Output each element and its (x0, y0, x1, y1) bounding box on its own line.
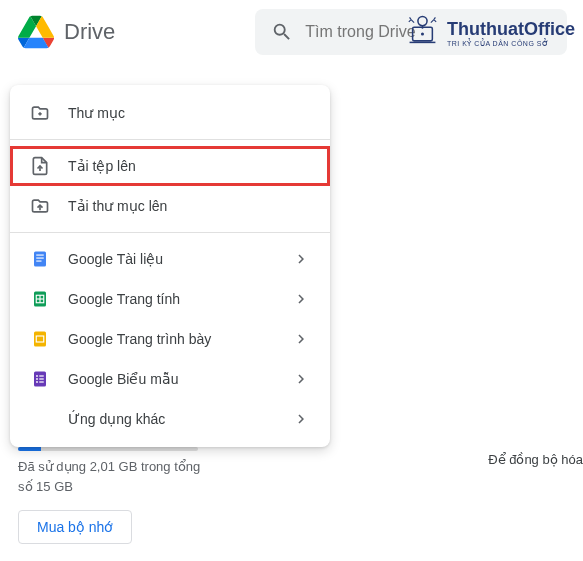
folder-plus-icon (30, 103, 50, 123)
app-title: Drive (64, 19, 115, 45)
chevron-right-icon (292, 370, 310, 388)
svg-rect-12 (36, 261, 41, 262)
svg-rect-9 (34, 252, 46, 267)
menu-item-folder-upload[interactable]: Tải thư mục lên (10, 186, 330, 226)
docs-icon (30, 249, 50, 269)
svg-rect-25 (39, 381, 44, 382)
chevron-right-icon (292, 330, 310, 348)
chevron-right-icon (292, 250, 310, 268)
menu-item-google-docs[interactable]: Google Tài liệu (10, 239, 330, 279)
menu-divider (10, 232, 330, 233)
menu-item-google-sheets[interactable]: Google Trang tính (10, 279, 330, 319)
svg-point-24 (36, 381, 38, 383)
storage-usage-text: Đã sử dụng 2,01 GB trong tổng số 15 GB (18, 457, 218, 496)
menu-item-new-folder[interactable]: Thư mục (10, 93, 330, 133)
folder-upload-icon (30, 196, 50, 216)
search-icon (271, 21, 293, 43)
svg-point-22 (36, 378, 38, 380)
svg-rect-21 (39, 375, 44, 376)
svg-rect-23 (39, 378, 44, 379)
drive-logo-icon (16, 12, 56, 52)
chevron-right-icon (292, 290, 310, 308)
menu-label: Thư mục (68, 105, 310, 121)
watermark-subtitle: TRI KỶ CỦA DÂN CÔNG SỞ (447, 40, 575, 48)
watermark-title: ThuthuatOffice (447, 19, 575, 40)
watermark: ThuthuatOffice TRI KỶ CỦA DÂN CÔNG SỞ (405, 12, 575, 54)
menu-item-more-apps[interactable]: Ứng dụng khác (10, 399, 330, 439)
chevron-right-icon (292, 410, 310, 428)
menu-label: Google Trang trình bày (68, 331, 274, 347)
menu-item-google-forms[interactable]: Google Biểu mẫu (10, 359, 330, 399)
svg-point-20 (36, 375, 38, 377)
buy-storage-button[interactable]: Mua bộ nhớ (18, 510, 132, 544)
menu-divider (10, 139, 330, 140)
menu-label: Tải thư mục lên (68, 198, 310, 214)
menu-label: Ứng dụng khác (68, 411, 274, 427)
storage-progress-fill (18, 447, 41, 451)
svg-rect-11 (36, 258, 44, 259)
file-upload-icon (30, 156, 50, 176)
menu-label: Google Biểu mẫu (68, 371, 274, 387)
svg-rect-10 (36, 255, 44, 256)
sync-text: Để đồng bộ hóa (488, 452, 583, 467)
sheets-icon (30, 289, 50, 309)
svg-point-3 (421, 33, 424, 36)
forms-icon (30, 369, 50, 389)
menu-label: Google Trang tính (68, 291, 274, 307)
storage-progress-bar (18, 447, 198, 451)
blank-icon (30, 409, 50, 429)
menu-label: Tải tệp lên (68, 158, 310, 174)
svg-point-1 (417, 17, 426, 26)
menu-label: Google Tài liệu (68, 251, 274, 267)
menu-item-file-upload[interactable]: Tải tệp lên (10, 146, 330, 186)
drive-logo-area[interactable]: Drive (16, 12, 115, 52)
new-context-menu: Thư mục Tải tệp lên Tải thư mục lên Goog… (10, 85, 330, 447)
slides-icon (30, 329, 50, 349)
menu-item-google-slides[interactable]: Google Trang trình bày (10, 319, 330, 359)
